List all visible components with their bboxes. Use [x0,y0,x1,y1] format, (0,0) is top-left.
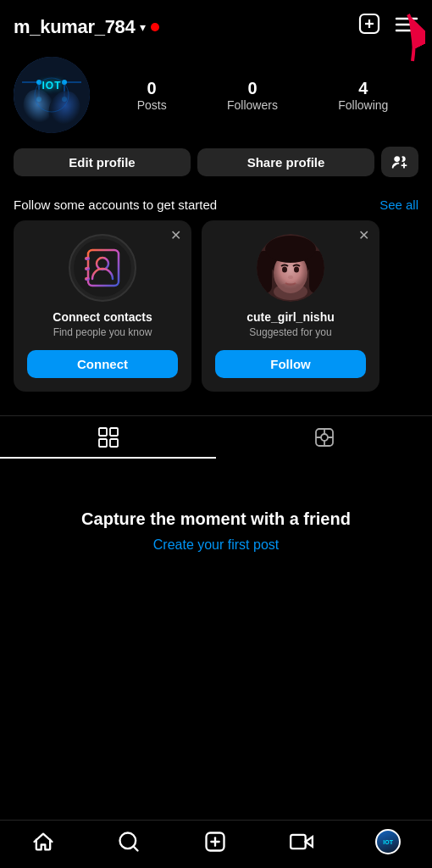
svg-point-32 [265,236,316,263]
username: m_kumar_784 [14,16,135,38]
svg-rect-24 [85,267,90,270]
add-person-button[interactable] [381,147,418,177]
tab-grid[interactable] [0,416,216,459]
profile-section: IOT 0 Posts 0 Followers 4 Following [0,50,432,147]
followers-stat[interactable]: 0 Followers [227,79,278,112]
content-tabs [0,415,432,459]
profile-nav-avatar: IOT [375,829,401,854]
svg-rect-37 [99,428,107,436]
connect-contacts-card: ✕ [14,220,191,392]
follow-button[interactable]: Follow [215,350,366,378]
svg-rect-39 [99,439,107,447]
add-post-icon[interactable] [357,12,381,42]
header-left: m_kumar_784 ▾ [14,16,159,38]
svg-point-36 [274,283,307,300]
svg-point-34 [294,267,299,273]
svg-point-35 [288,275,293,279]
svg-point-33 [282,267,287,273]
following-label: Following [338,98,388,112]
see-all-link[interactable]: See all [379,198,418,212]
suggestions-title: Follow some accounts to get started [14,198,217,212]
posts-label: Posts [137,98,167,112]
share-profile-button[interactable]: Share profile [197,148,374,176]
nav-reels[interactable] [290,830,313,854]
edit-profile-button[interactable]: Edit profile [14,148,191,176]
connect-contacts-sub: Find people you know [53,326,152,338]
connect-button[interactable]: Connect [27,350,178,378]
nav-add[interactable] [203,830,227,854]
svg-line-44 [134,846,138,850]
create-first-post-link[interactable]: Create your first post [17,537,415,553]
svg-rect-40 [110,439,118,447]
online-indicator [151,23,159,31]
avatar: IOT [14,57,90,133]
header-right [357,12,418,42]
svg-rect-31 [309,251,324,293]
svg-rect-25 [85,277,90,281]
stats-row: 0 Posts 0 Followers 4 Following [107,79,418,112]
empty-title: Capture the moment with a friend [17,509,415,529]
bottom-nav: IOT [0,820,432,868]
cards-container: ✕ [0,220,432,409]
nishu-name: cute_girl_nishu [246,310,334,324]
svg-rect-38 [110,428,118,436]
svg-rect-23 [85,257,90,260]
followers-label: Followers [227,98,278,112]
following-count: 4 [358,79,368,98]
nav-home[interactable] [31,830,55,854]
nishu-avatar [257,234,324,302]
svg-rect-30 [257,251,272,293]
empty-state: Capture the moment with a friend Create … [0,459,432,587]
nav-profile[interactable]: IOT [375,829,401,854]
svg-text:IOT: IOT [42,80,62,92]
posts-count: 0 [147,79,157,98]
close-connect-card[interactable]: ✕ [170,229,181,242]
close-nishu-card[interactable]: ✕ [358,229,369,242]
header: m_kumar_784 ▾ [0,0,432,50]
svg-rect-49 [291,835,306,849]
svg-marker-48 [305,837,312,847]
dropdown-icon[interactable]: ▾ [140,20,146,34]
action-buttons: Edit profile Share profile [0,147,432,191]
menu-icon[interactable] [395,14,418,40]
cute-girl-nishu-card: ✕ [202,220,379,392]
connect-contacts-icon [69,234,136,302]
suggestions-header: Follow some accounts to get started See … [0,191,432,220]
page-wrapper: m_kumar_784 ▾ [0,0,432,654]
connect-contacts-name: Connect contacts [53,310,152,324]
following-stat[interactable]: 4 Following [338,79,388,112]
tab-tagged[interactable] [216,416,432,459]
avatar-image: IOT [14,57,90,133]
nishu-sub: Suggested for you [249,326,331,338]
posts-stat[interactable]: 0 Posts [137,79,167,112]
followers-count: 0 [247,79,257,98]
nav-search[interactable] [117,830,141,854]
svg-point-42 [321,434,328,441]
